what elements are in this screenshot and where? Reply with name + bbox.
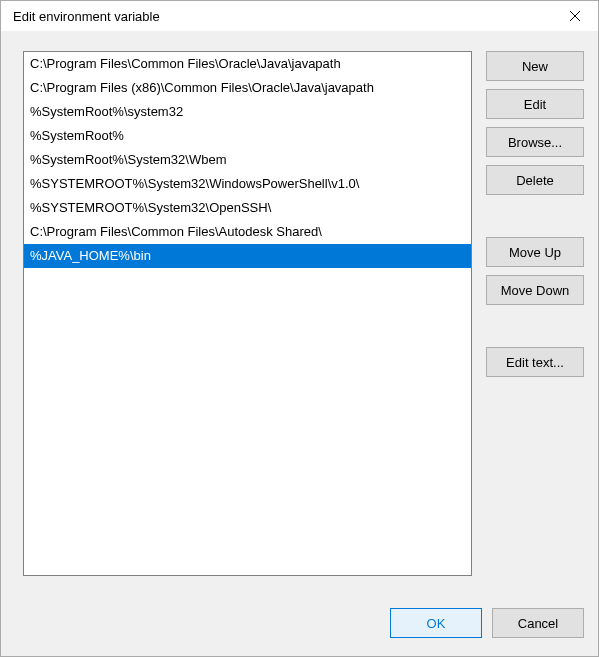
dialog-title: Edit environment variable	[13, 9, 160, 24]
path-list-item[interactable]: %SystemRoot%	[24, 124, 471, 148]
browse-button[interactable]: Browse...	[486, 127, 584, 157]
titlebar: Edit environment variable	[1, 1, 598, 31]
move-up-button[interactable]: Move Up	[486, 237, 584, 267]
path-list-item[interactable]: %SystemRoot%\system32	[24, 100, 471, 124]
edit-env-var-dialog: Edit environment variable C:\Program Fil…	[0, 0, 599, 657]
new-button[interactable]: New	[486, 51, 584, 81]
close-button[interactable]	[552, 1, 598, 31]
path-list-item[interactable]: %SYSTEMROOT%\System32\WindowsPowerShell\…	[24, 172, 471, 196]
dialog-content: C:\Program Files\Common Files\Oracle\Jav…	[1, 31, 598, 598]
move-down-button[interactable]: Move Down	[486, 275, 584, 305]
path-list-item[interactable]: %SYSTEMROOT%\System32\OpenSSH\	[24, 196, 471, 220]
edit-button[interactable]: Edit	[486, 89, 584, 119]
cancel-button[interactable]: Cancel	[492, 608, 584, 638]
path-list-item[interactable]: C:\Program Files\Common Files\Autodesk S…	[24, 220, 471, 244]
ok-button[interactable]: OK	[390, 608, 482, 638]
path-list-item[interactable]: C:\Program Files\Common Files\Oracle\Jav…	[24, 52, 471, 76]
delete-button[interactable]: Delete	[486, 165, 584, 195]
path-list[interactable]: C:\Program Files\Common Files\Oracle\Jav…	[23, 51, 472, 576]
path-list-item[interactable]: %SystemRoot%\System32\Wbem	[24, 148, 471, 172]
spacer	[486, 203, 584, 229]
spacer	[486, 313, 584, 339]
edit-text-button[interactable]: Edit text...	[486, 347, 584, 377]
path-list-item[interactable]: C:\Program Files (x86)\Common Files\Orac…	[24, 76, 471, 100]
close-icon	[570, 11, 580, 21]
dialog-footer: OK Cancel	[1, 598, 598, 656]
button-column: New Edit Browse... Delete Move Up Move D…	[486, 51, 584, 588]
path-list-item[interactable]: %JAVA_HOME%\bin	[24, 244, 471, 268]
